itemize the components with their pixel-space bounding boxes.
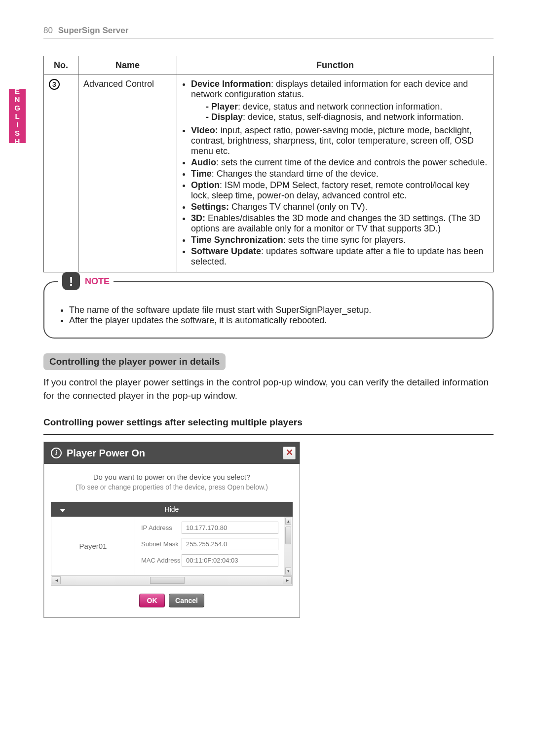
property-row: IP Address 10.177.170.80 <box>141 522 278 534</box>
th-name: Name <box>78 56 177 75</box>
text-video: input, aspect ratio, power-saving mode, … <box>191 125 474 156</box>
section-body: If you control the player power settings… <box>43 376 494 402</box>
hide-bar[interactable]: Hide <box>51 502 293 517</box>
note-icon: ! <box>62 272 80 290</box>
label-display: Display <box>211 112 243 122</box>
text-3d: Enables/disables the 3D mode and changes… <box>191 213 480 233</box>
ip-value[interactable]: 10.177.170.80 <box>182 522 278 534</box>
cell-function: Device Information: displays detailed in… <box>177 75 494 272</box>
label-device-info: Device Information <box>191 79 271 89</box>
note-title: NOTE <box>85 276 110 287</box>
hide-label: Hide <box>75 505 269 513</box>
note-item: The name of the software update file mus… <box>69 305 479 315</box>
label-video: Video: <box>191 125 218 135</box>
dialog-titlebar: i Player Power On ✕ <box>44 442 300 464</box>
scroll-down-button[interactable]: ▾ <box>285 567 291 574</box>
page-content: 80 SuperSign Server No. Name Function 3 … <box>0 0 533 628</box>
section-heading: Controlling the player power in details <box>43 353 226 370</box>
th-function: Function <box>177 56 494 75</box>
note-header: ! NOTE <box>58 272 114 290</box>
text-time: : Changes the standard time of the devic… <box>212 169 379 179</box>
ip-label: IP Address <box>141 524 182 532</box>
text-audio: : sets the current time of the device an… <box>216 157 487 167</box>
label-audio: Audio <box>191 157 216 167</box>
text-display: : device, status, self-diagnosis, and ne… <box>243 112 463 122</box>
scroll-left-button[interactable]: ◂ <box>52 576 61 584</box>
note-box: ! NOTE The name of the software update f… <box>43 281 494 339</box>
label-timesync: Time Synchronization <box>191 235 283 245</box>
page-number: 80 <box>43 26 53 35</box>
scroll-right-button[interactable]: ▸ <box>283 576 292 584</box>
header-divider <box>43 38 494 39</box>
property-row: Subnet Mask 255.255.254.0 <box>141 538 278 550</box>
dialog-submessage: (To see or change properties of the devi… <box>53 483 291 491</box>
ok-button[interactable]: OK <box>139 594 165 607</box>
running-header: 80 SuperSign Server <box>43 26 494 36</box>
text-player: : device, status and network connection … <box>238 102 442 112</box>
scroll-up-button[interactable]: ▴ <box>285 518 291 525</box>
text-timesync: : sets the time sync for players. <box>283 235 406 245</box>
label-time: Time <box>191 169 212 179</box>
label-swupdate: Software Update <box>191 246 261 256</box>
cell-name: Advanced Control <box>78 75 177 272</box>
sub-heading-rule <box>43 434 494 435</box>
cancel-button[interactable]: Cancel <box>169 594 204 607</box>
mac-label: MAC Address <box>141 557 182 565</box>
cell-no: 3 <box>44 75 78 272</box>
advanced-control-table: No. Name Function 3 Advanced Control Dev… <box>43 56 494 272</box>
property-row: MAC Address 00:11:0F:02:04:03 <box>141 554 278 567</box>
horizontal-scrollbar-thumb[interactable] <box>150 577 185 584</box>
text-settings: Changes TV channel (only on TV). <box>229 202 368 212</box>
table-row: 3 Advanced Control Device Information: d… <box>44 75 494 272</box>
horizontal-scrollbar[interactable]: ◂ ▸ <box>51 576 293 586</box>
label-player: Player <box>211 102 238 112</box>
player-name: Payer01 <box>51 517 135 575</box>
dialog-message: Do you want to power on the device you s… <box>53 473 291 481</box>
player-power-dialog: i Player Power On ✕ Do you want to power… <box>43 442 300 618</box>
label-option: Option <box>191 180 220 190</box>
label-3d: 3D: <box>191 213 205 223</box>
properties-panel: ▴ ▾ Payer01 IP Address 10.177.170.80 Sub… <box>51 517 293 576</box>
close-button[interactable]: ✕ <box>283 447 296 459</box>
info-icon: i <box>51 448 62 458</box>
subnet-value[interactable]: 255.255.254.0 <box>182 538 278 550</box>
note-item: After the player updates the software, i… <box>69 315 479 326</box>
circled-number: 3 <box>49 79 60 90</box>
subnet-label: Subnet Mask <box>141 540 182 548</box>
th-no: No. <box>44 56 78 75</box>
header-title: SuperSign Server <box>58 26 129 35</box>
sub-heading: Controlling power settings after selecti… <box>43 417 494 428</box>
dialog-button-row: OK Cancel <box>44 586 300 617</box>
dialog-title: Player Power On <box>67 448 278 459</box>
dialog-body: Do you want to power on the device you s… <box>44 464 300 502</box>
mac-value[interactable]: 00:11:0F:02:04:03 <box>182 554 278 567</box>
vertical-scrollbar-thumb[interactable] <box>285 527 291 544</box>
collapse-icon <box>51 505 75 514</box>
label-settings: Settings: <box>191 202 229 212</box>
text-option: : ISM mode, DPM Select, factory reset, r… <box>191 180 469 200</box>
